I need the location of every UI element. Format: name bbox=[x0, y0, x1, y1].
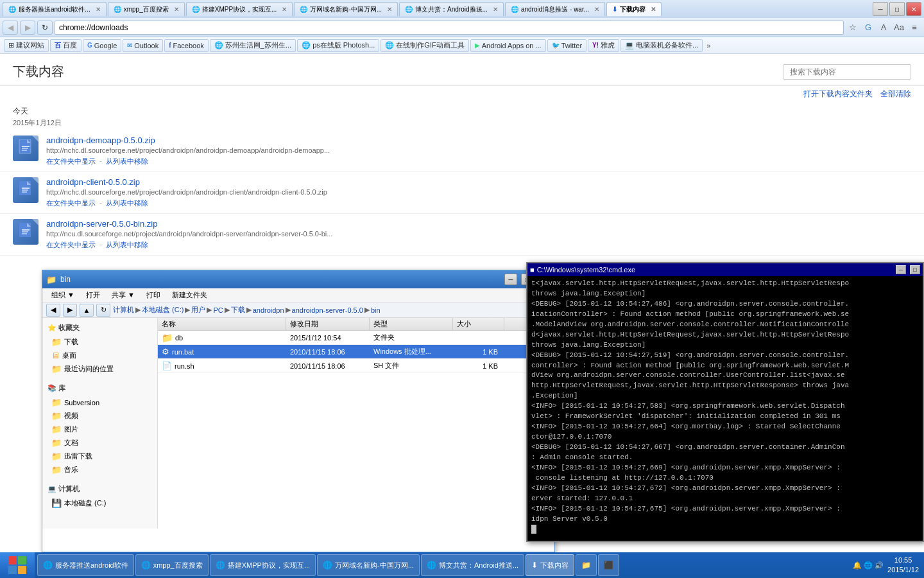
bookmark-baidu[interactable]: 百 百度 bbox=[50, 39, 81, 52]
file-row-db[interactable]: 📁 db 2015/1/12 10:54 文件夹 bbox=[158, 331, 554, 345]
bookmark-software[interactable]: 💻 电脑装机必备软件... bbox=[620, 39, 703, 52]
sidebar-item-pictures[interactable]: 📁 图片 bbox=[42, 423, 157, 436]
sidebar-item-subversion[interactable]: 📁 Subversion bbox=[42, 396, 157, 409]
file-row-runbat[interactable]: ⚙ run.bat 2010/11/15 18:06 Windows 批处理..… bbox=[158, 345, 554, 359]
sidebar-item-docs[interactable]: 📁 文档 bbox=[42, 436, 157, 450]
tab-3[interactable]: 🌐 搭建XMPP协议，实现互... ✕ bbox=[186, 2, 293, 16]
bookmark-android[interactable]: ▶ Android Apps on ... bbox=[470, 39, 546, 52]
sidebar-item-cdrive[interactable]: 💾 本地磁盘 (C:) bbox=[42, 496, 157, 510]
sidebar-item-desktop[interactable]: 🖥 桌面 bbox=[42, 349, 157, 362]
bookmark-ps[interactable]: 🌐 ps在线版 Photosh... bbox=[297, 39, 379, 52]
sidebar-item-downloads[interactable]: 📁 下载 bbox=[42, 335, 157, 349]
remove-from-list-2[interactable]: 从列表中移除 bbox=[106, 198, 148, 208]
col-name[interactable]: 名称 bbox=[158, 318, 286, 330]
tab-2[interactable]: 🌐 xmpp_百度搜索 ✕ bbox=[108, 2, 185, 16]
tab-close-1[interactable]: ✕ bbox=[96, 6, 101, 13]
exp-up-button[interactable]: ▲ bbox=[80, 304, 94, 317]
tab-5[interactable]: 🌐 博文共赏：Android推送... ✕ bbox=[399, 2, 504, 16]
tab-4[interactable]: 🌐 万网域名新购-中国万网... ✕ bbox=[294, 2, 398, 16]
sidebar-item-thunder[interactable]: 📁 迅雷下载 bbox=[42, 450, 157, 463]
filename-1[interactable]: androidpn-demoapp-0.5.0.zip bbox=[46, 136, 911, 145]
tab-1[interactable]: 🌐 服务器推送android软件... ✕ bbox=[3, 2, 107, 16]
tab-close-4[interactable]: ✕ bbox=[387, 6, 392, 13]
remove-from-list-3[interactable]: 从列表中移除 bbox=[106, 240, 148, 250]
bookmark-yahoo[interactable]: Y! 雅虎 bbox=[588, 39, 619, 52]
tab-close-2[interactable]: ✕ bbox=[174, 6, 179, 13]
taskbar-btn-2[interactable]: 🌐 xmpp_百度搜索 bbox=[135, 554, 209, 576]
cmd-maximize[interactable]: □ bbox=[910, 265, 920, 274]
show-in-folder-2[interactable]: 在文件夹中显示 bbox=[46, 198, 96, 208]
bc-server[interactable]: androidpn-server-0.5.0 bbox=[292, 306, 363, 314]
share-menu[interactable]: 共享 ▼ bbox=[107, 289, 140, 301]
bc-bin[interactable]: bin bbox=[371, 306, 381, 314]
print-menu[interactable]: 打印 bbox=[141, 289, 166, 301]
cmd-minimize[interactable]: ─ bbox=[896, 265, 906, 274]
search-input[interactable] bbox=[783, 64, 911, 80]
exp-back-button[interactable]: ◀ bbox=[46, 304, 60, 317]
filename-2[interactable]: androidpn-client-0.5.0.zip bbox=[46, 177, 911, 187]
clear-all-link[interactable]: 全部清除 bbox=[880, 89, 911, 100]
taskbar-btn-3[interactable]: 🌐 搭建XMPP协议，实现互... bbox=[210, 554, 316, 576]
bookmark-twitter[interactable]: 🐦 Twitter bbox=[547, 39, 586, 52]
col-size[interactable]: 大小 bbox=[453, 318, 504, 330]
reader-mode-icon[interactable]: Aa bbox=[892, 21, 906, 35]
bookmark-apps[interactable]: ⊞ 建议网站 bbox=[4, 39, 49, 52]
bookmarks-more[interactable]: » bbox=[704, 42, 713, 49]
sidebar-item-music[interactable]: 📁 音乐 bbox=[42, 463, 157, 477]
google-search-icon[interactable]: G bbox=[861, 21, 875, 35]
filename-3[interactable]: androidpn-server-0.5.0-bin.zip bbox=[46, 219, 911, 229]
bookmark-gif[interactable]: 🌐 在线制作GIF动画工具 bbox=[381, 39, 468, 52]
show-in-folder-1[interactable]: 在文件夹中显示 bbox=[46, 157, 96, 166]
taskbar-btn-4[interactable]: 🌐 万网域名新购-中国万网... bbox=[317, 554, 420, 576]
open-folder-link[interactable]: 打开下载内容文件夹 bbox=[803, 89, 873, 100]
tab-close-5[interactable]: ✕ bbox=[493, 6, 498, 13]
col-date[interactable]: 修改日期 bbox=[286, 318, 370, 330]
bookmark-suzhou[interactable]: 🌐 苏州生活网_苏州生... bbox=[210, 39, 296, 52]
close-button[interactable]: ✕ bbox=[906, 2, 921, 16]
new-folder-menu[interactable]: 新建文件夹 bbox=[167, 289, 212, 301]
tab-close-downloads[interactable]: ✕ bbox=[651, 6, 656, 13]
back-button[interactable]: ◀ bbox=[3, 21, 18, 35]
col-type[interactable]: 类型 bbox=[370, 318, 453, 330]
taskbar-btn-downloads[interactable]: ⬇ 下载内容 bbox=[526, 554, 574, 576]
taskbar-btn-cmd[interactable]: ⬛ bbox=[598, 554, 619, 576]
taskbar-btn-explorer[interactable]: 📁 bbox=[576, 554, 597, 576]
file-row-runsh[interactable]: 📄 run.sh 2010/11/15 18:06 SH 文件 1 KB bbox=[158, 359, 554, 373]
minimize-button[interactable]: ─ bbox=[873, 2, 888, 16]
address-bar[interactable]: chrome://downloads bbox=[55, 21, 844, 35]
bc-users[interactable]: 用户 bbox=[191, 305, 205, 315]
bookmark-outlook[interactable]: ✉ Outlook bbox=[123, 39, 163, 52]
settings-icon[interactable]: ≡ bbox=[907, 21, 921, 35]
tab-close-6[interactable]: ✕ bbox=[594, 6, 599, 13]
taskbar-btn-1[interactable]: 🌐 服务器推送android软件 bbox=[37, 554, 134, 576]
open-menu[interactable]: 打开 bbox=[81, 289, 105, 301]
forward-button[interactable]: ▶ bbox=[20, 21, 35, 35]
start-button[interactable] bbox=[0, 552, 35, 578]
translate-icon[interactable]: A bbox=[877, 21, 891, 35]
explorer-minimize[interactable]: ─ bbox=[504, 274, 517, 285]
bookmark-facebook[interactable]: f Facebook bbox=[164, 39, 209, 52]
exp-forward-button[interactable]: ▶ bbox=[63, 304, 77, 317]
maximize-button[interactable]: □ bbox=[889, 2, 905, 16]
bc-pc[interactable]: PC bbox=[213, 306, 223, 314]
sidebar-item-video[interactable]: 📁 视频 bbox=[42, 409, 157, 423]
sidebar-scroll[interactable]: ⭐ 收藏夹 📁 下载 🖥 桌面 📁 最近访问的位置 📚 bbox=[42, 320, 157, 526]
bookmark-google[interactable]: G Google bbox=[83, 39, 121, 52]
download-info-3: androidpn-server-0.5.0-bin.zip http://nc… bbox=[46, 219, 911, 250]
reload-button[interactable]: ↻ bbox=[37, 21, 53, 35]
bc-downloads[interactable]: 下载 bbox=[231, 305, 245, 315]
show-in-folder-3[interactable]: 在文件夹中显示 bbox=[46, 240, 96, 250]
bookmark-star-icon[interactable]: ☆ bbox=[846, 21, 860, 35]
bc-computer[interactable]: 计算机 bbox=[113, 305, 134, 315]
tab-6[interactable]: 🌐 android消息推送 - war... ✕ bbox=[505, 2, 605, 16]
tab-downloads[interactable]: ⬇ 下载内容 ✕ bbox=[606, 2, 662, 16]
bc-androidpn[interactable]: androidpn bbox=[253, 306, 284, 314]
tab-close-3[interactable]: ✕ bbox=[282, 6, 287, 13]
exp-refresh-button[interactable]: ↻ bbox=[96, 304, 110, 317]
bc-cdrive[interactable]: 本地磁盘 (C:) bbox=[142, 305, 184, 315]
organize-menu[interactable]: 组织 ▼ bbox=[46, 289, 80, 301]
svn-folder-icon: 📁 bbox=[51, 398, 62, 407]
sidebar-item-recent[interactable]: 📁 最近访问的位置 bbox=[42, 362, 157, 376]
taskbar-btn-5[interactable]: 🌐 博文共赏：Android推送... bbox=[421, 554, 524, 576]
remove-from-list-1[interactable]: 从列表中移除 bbox=[106, 157, 148, 166]
